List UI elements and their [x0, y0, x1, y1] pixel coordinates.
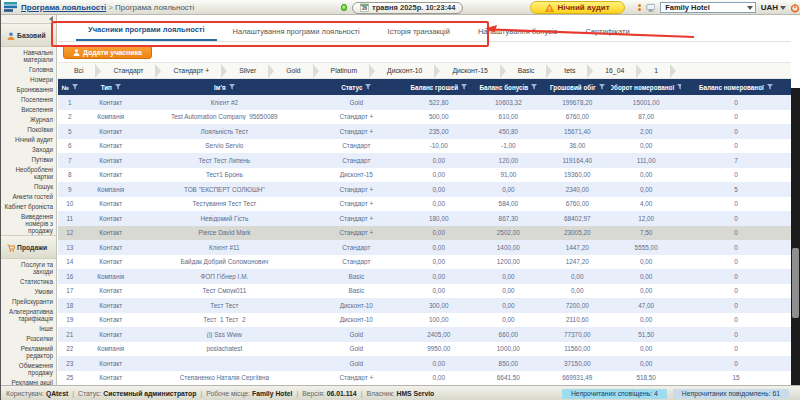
- add-participant-button[interactable]: Додати учасника: [63, 45, 152, 59]
- table-row[interactable]: 5КонтактЛояльність ТестСтандарт +235,004…: [58, 124, 791, 139]
- sidebar-item[interactable]: Обмеження продажу: [1, 360, 56, 377]
- tab-5[interactable]: Сертифікати: [574, 21, 642, 41]
- filter-item[interactable]: Basic: [506, 67, 547, 74]
- sidebar-item[interactable]: Рекламні акції: [1, 377, 56, 385]
- tab-3[interactable]: Історія транзакцій: [376, 21, 462, 41]
- sidebar-item[interactable]: Журнал: [1, 114, 56, 124]
- table-row[interactable]: 7КонтактТест Тест ЛипеньСтандарт0,00120,…: [58, 153, 791, 168]
- sidebar-item[interactable]: Номери: [1, 74, 56, 84]
- sidebar-item[interactable]: Розсилки: [1, 333, 56, 343]
- column-header[interactable]: Баланс грошей: [404, 79, 474, 95]
- filter-funnel-icon[interactable]: [229, 84, 235, 91]
- table-row[interactable]: 2КомпаніяTest Automation Company_9565008…: [58, 110, 791, 125]
- filter-item[interactable]: Silver: [227, 67, 268, 74]
- column-header[interactable]: №: [58, 79, 81, 95]
- unread-messages-badge[interactable]: Непрочитаних повідомлень: 61: [673, 389, 789, 399]
- table-row[interactable]: 17КонтактТест Смоук011Basic0,000,000,000…: [58, 284, 791, 299]
- sidebar-item[interactable]: Нічний аудит: [1, 134, 56, 144]
- table-row[interactable]: 1КонтактКлієнт #2Gold522,8010603,3219967…: [58, 95, 791, 110]
- table-row[interactable]: 23Контакт_ _ _Gold0,00850,0037150,000,00…: [58, 356, 791, 371]
- sidebar-item[interactable]: Виселення: [1, 104, 56, 114]
- night-audit-label: Нічний аудит: [557, 3, 609, 12]
- table-row[interactable]: 13КонтактКлієнт #11Стандарт0,001400,0014…: [58, 240, 791, 255]
- sidebar-item[interactable]: Умови: [1, 286, 56, 296]
- filter-item[interactable]: Стандарт +: [161, 67, 221, 74]
- column-header[interactable]: Баланс номерованої: [681, 79, 791, 95]
- table-row[interactable]: 11КонтактНевідомий ГістьСтандарт +180,00…: [58, 211, 791, 226]
- filter-funnel-icon[interactable]: [599, 84, 605, 91]
- table-row[interactable]: 6КонтактServio ServioСтандарт-10,00-1,00…: [58, 139, 791, 154]
- table-row[interactable]: 18КонтактТест ТестДисконт-10300,000,0072…: [58, 298, 791, 313]
- sidebar-item[interactable]: Рекламний редактор: [1, 343, 56, 360]
- sidebar-item[interactable]: Заходи: [1, 144, 56, 154]
- column-header[interactable]: Оборот номерованої: [611, 79, 681, 95]
- table-row[interactable]: 10КонтактТестування Тест ТестСтандарт +0…: [58, 197, 791, 212]
- column-header[interactable]: Статус: [309, 79, 404, 95]
- sidebar-section-1[interactable]: Базовий: [1, 23, 56, 47]
- sidebar-item[interactable]: Пошук: [1, 181, 56, 191]
- filter-funnel-icon[interactable]: [72, 84, 78, 91]
- breadcrumb-link[interactable]: Програма лояльності: [21, 3, 106, 12]
- currency-select[interactable]: UAH: [761, 3, 786, 12]
- filter-item[interactable]: tets: [552, 67, 587, 74]
- filter-item[interactable]: 16_04: [593, 67, 636, 74]
- sidebar-item[interactable]: Послуги та заходи: [1, 259, 56, 276]
- table-row[interactable]: 9КомпаніяТОВ "ЕКСПЕРТ СОЛЮШН"Стандарт +0…: [58, 182, 791, 197]
- sidebar-item[interactable]: Виведення номерів з продажу: [1, 211, 56, 235]
- tab-4[interactable]: Налаштування бонусів: [466, 21, 570, 41]
- table-row[interactable]: 14КонтактБайдак Добрий СоломоновичСтанда…: [58, 255, 791, 270]
- filter-funnel-icon[interactable]: [461, 84, 467, 91]
- tab-2[interactable]: Налаштування програми лояльності: [221, 21, 372, 41]
- filter-funnel-icon[interactable]: [767, 84, 773, 91]
- sidebar-item[interactable]: Бронювання: [1, 84, 56, 94]
- sidebar-item[interactable]: Путівки: [1, 154, 56, 164]
- sidebar-item[interactable]: Анкети гостей: [1, 191, 56, 201]
- sidebar-section-2[interactable]: Продажи: [1, 235, 56, 259]
- datetime-widget[interactable]: 26 травня 2025р. 10:23:44: [352, 2, 463, 14]
- sidebar-item[interactable]: Статистика: [1, 276, 56, 286]
- filter-item[interactable]: Всі: [62, 67, 95, 74]
- table-row[interactable]: 8КонтактТест1 БроньДисконт-150,0091,0019…: [58, 168, 791, 183]
- night-audit-button[interactable]: ! Нічний аудит: [530, 1, 624, 14]
- table-row[interactable]: 21Контакт(j) Sss WwwGold2405,00660,00773…: [58, 327, 791, 342]
- splitter-dots-icon[interactable]: [638, 4, 641, 11]
- filter-item[interactable]: Стандарт: [101, 67, 155, 74]
- filter-item[interactable]: Platinum: [319, 67, 369, 74]
- column-header[interactable]: Баланс бонусів: [474, 79, 544, 95]
- table-row[interactable]: 22КомпаніяposlachatestGold9950,001000,00…: [58, 342, 791, 357]
- sidebar-item[interactable]: Альтернативна тарифікація: [1, 306, 56, 323]
- filter-funnel-icon[interactable]: [365, 84, 371, 91]
- column-header[interactable]: Грошовий обіг: [543, 79, 611, 95]
- hotel-select[interactable]: Family Hotel: [660, 2, 756, 13]
- workstation-icon[interactable]: [646, 3, 656, 13]
- filter-funnel-icon[interactable]: [115, 84, 121, 91]
- filter-item[interactable]: 1: [642, 67, 670, 74]
- sidebar-item[interactable]: Головна: [1, 64, 56, 74]
- sidebar-item[interactable]: Поселення: [1, 94, 56, 104]
- column-header[interactable]: Ім'я: [140, 79, 309, 95]
- table-row[interactable]: 25КонтактСтепаненко Наталія СергіївнаСта…: [58, 371, 791, 386]
- table-row[interactable]: 16КомпаніяФОП Гібнер І.М.Basic0,000,000,…: [58, 269, 791, 284]
- filter-item[interactable]: Дисконт-15: [440, 67, 499, 74]
- cell: 91,00: [474, 171, 544, 178]
- filter-funnel-icon[interactable]: [531, 84, 537, 91]
- cell: 10603,32: [474, 99, 544, 106]
- table-row[interactable]: 12КонтактPierce David MarkСтандарт +0,00…: [58, 226, 791, 241]
- sidebar-item[interactable]: Інше: [1, 323, 56, 333]
- power-icon[interactable]: [791, 3, 799, 13]
- sidebar-item[interactable]: Покоївки: [1, 124, 56, 134]
- sidebar-collapse-icon[interactable]: [49, 16, 53, 22]
- unread-notifications-badge[interactable]: Непрочитаних сповіщень: 4: [562, 389, 667, 399]
- sidebar-item[interactable]: Прейскуранти: [1, 296, 56, 306]
- filter-item[interactable]: Gold: [274, 67, 312, 74]
- tab-1[interactable]: Учасники програми лояльності: [76, 19, 217, 41]
- table-row[interactable]: 19КонтактТест_1 Тест_2Дисконт-10100,000,…: [58, 313, 791, 328]
- sidebar-item[interactable]: Навчальні матеріали: [1, 47, 56, 64]
- filter-item[interactable]: Дисконт-10: [375, 67, 434, 74]
- column-header[interactable]: Тип: [81, 79, 140, 95]
- scrollbar-thumb[interactable]: [792, 248, 799, 318]
- chevron-down-icon: [780, 6, 786, 10]
- vertical-scrollbar[interactable]: [791, 88, 800, 400]
- sidebar-item[interactable]: Необроблені картки: [1, 164, 56, 181]
- sidebar-item[interactable]: Кабінет броніста: [1, 201, 56, 211]
